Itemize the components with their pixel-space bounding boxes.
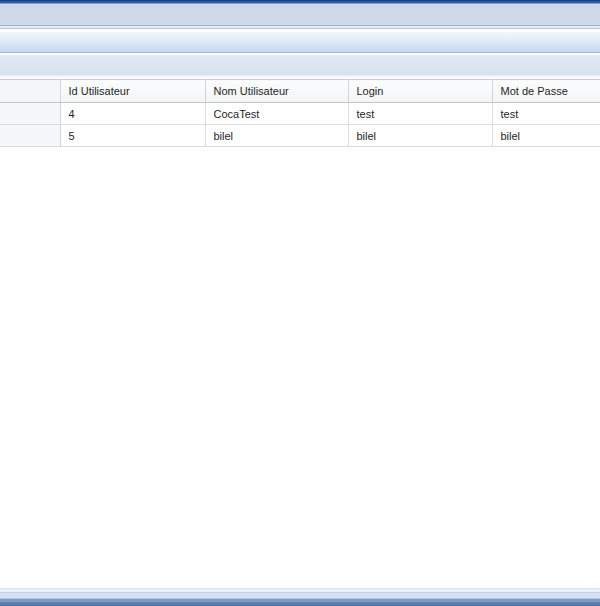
column-header-corner[interactable] xyxy=(0,80,60,103)
menu-bar xyxy=(0,4,600,26)
table-row: 5 bilel bilel bilel xyxy=(0,125,600,147)
users-table: Id Utilisateur Nom Utilisateur Login Mot… xyxy=(0,79,600,147)
column-header-id-utilisateur[interactable]: Id Utilisateur xyxy=(60,80,205,103)
cell-nom-utilisateur[interactable]: CocaTest xyxy=(205,103,348,125)
cell-login[interactable]: bilel xyxy=(348,125,492,147)
table-header-row: Id Utilisateur Nom Utilisateur Login Mot… xyxy=(0,80,600,103)
cell-id-utilisateur[interactable]: 4 xyxy=(60,103,205,125)
app-window: Id Utilisateur Nom Utilisateur Login Mot… xyxy=(0,0,600,606)
client-area xyxy=(0,147,600,588)
cell-mot-de-passe[interactable]: test xyxy=(492,103,600,125)
status-bar xyxy=(0,588,600,606)
table-row: 4 CocaTest test test xyxy=(0,103,600,125)
toolbar-main xyxy=(0,32,600,53)
cell-id-utilisateur[interactable]: 5 xyxy=(60,125,205,147)
row-header[interactable] xyxy=(0,125,60,147)
cell-nom-utilisateur[interactable]: bilel xyxy=(205,125,348,147)
toolbar-lower xyxy=(0,55,600,75)
window-bottom-edge-dark xyxy=(0,602,600,606)
cell-mot-de-passe[interactable]: bilel xyxy=(492,125,600,147)
column-header-mot-de-passe[interactable]: Mot de Passe xyxy=(492,80,600,103)
column-header-login[interactable]: Login xyxy=(348,80,492,103)
cell-login[interactable]: test xyxy=(348,103,492,125)
row-header[interactable] xyxy=(0,103,60,125)
column-header-nom-utilisateur[interactable]: Nom Utilisateur xyxy=(205,80,348,103)
